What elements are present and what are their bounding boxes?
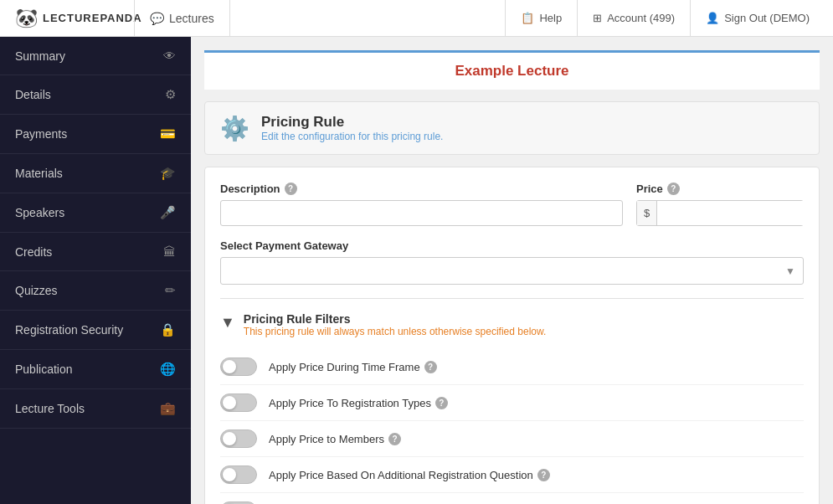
bank-icon: 🏛 — [163, 244, 176, 259]
logo-text: LecturePanda — [43, 12, 142, 24]
toggle-knob — [223, 360, 236, 373]
pricing-rule-header-text: Pricing Rule Edit the configuration for … — [261, 114, 443, 142]
sidebar-item-lecture-tools[interactable]: Lecture Tools 💼 — [0, 389, 191, 429]
sidebar-label-credits: Credits — [15, 245, 52, 259]
help-label: Help — [539, 12, 562, 24]
description-price-row: Description ? Price ? $ — [220, 183, 804, 226]
toggle-knob — [223, 432, 236, 445]
signout-icon: 👤 — [706, 12, 719, 24]
price-group: Price ? $ — [636, 183, 804, 226]
description-input[interactable] — [220, 200, 623, 226]
sidebar: Summary 👁 Details ⚙ Payments 💳 Materials… — [0, 37, 191, 504]
lectures-icon: 💬 — [150, 12, 164, 25]
time-frame-help-icon[interactable]: ? — [424, 361, 437, 373]
toggle-members[interactable] — [220, 429, 257, 448]
sidebar-item-registration-security[interactable]: Registration Security 🔒 — [0, 311, 191, 350]
help-button[interactable]: 📋 Help — [505, 0, 577, 37]
sidebar-item-summary[interactable]: Summary 👁 — [0, 37, 191, 75]
sidebar-label-quizzes: Quizzes — [15, 284, 58, 297]
payment-icon: 💳 — [160, 126, 176, 141]
gateway-select[interactable] — [220, 257, 804, 285]
pricing-rule-header: ⚙️ Pricing Rule Edit the configuration f… — [204, 101, 820, 155]
toggle-label-members: Apply Price to Members ? — [269, 433, 401, 445]
sidebar-item-materials[interactable]: Materials 🎓 — [0, 154, 191, 193]
mic-icon: 🎤 — [160, 205, 176, 220]
reg-types-help-icon[interactable]: ? — [435, 397, 448, 409]
pricing-rule-subtext: Edit the configuration for this pricing … — [261, 131, 443, 142]
toggle-time-frame[interactable] — [220, 357, 257, 376]
question-help-icon[interactable]: ? — [537, 469, 550, 481]
nav-lectures[interactable]: 💬 Lectures — [134, 0, 230, 36]
logo-icon: 🐼 — [15, 8, 38, 29]
content-area: Example Lecture ⚙️ Pricing Rule Edit the… — [191, 37, 833, 504]
globe-icon: 🌐 — [160, 362, 176, 377]
lectures-label: Lectures — [169, 12, 214, 25]
toggle-label-question: Apply Price Based On Additional Registra… — [269, 469, 550, 481]
sidebar-item-details[interactable]: Details ⚙ — [0, 75, 191, 115]
description-label: Description ? — [220, 183, 623, 195]
gateway-group: Select Payment Gateway ▼ — [220, 239, 804, 285]
sidebar-item-quizzes[interactable]: Quizzes ✏ — [0, 271, 191, 311]
filters-heading: Pricing Rule Filters — [244, 312, 547, 326]
toggle-row-time-frame: Apply Price During Time Frame ? — [220, 349, 804, 385]
main-layout: Summary 👁 Details ⚙ Payments 💳 Materials… — [0, 37, 833, 504]
toggle-row-question: Apply Price Based On Additional Registra… — [220, 457, 804, 493]
sidebar-item-speakers[interactable]: Speakers 🎤 — [0, 193, 191, 233]
toggle-reg-types[interactable] — [220, 393, 257, 412]
graduation-icon: 🎓 — [160, 166, 176, 181]
price-input-wrapper: $ — [636, 200, 804, 226]
account-label: Account (499) — [607, 12, 675, 24]
price-help-icon[interactable]: ? — [667, 183, 680, 195]
sidebar-label-details: Details — [15, 88, 51, 101]
account-icon: ⊞ — [593, 12, 602, 24]
gateway-label: Select Payment Gateway — [220, 239, 804, 252]
toggle-knob — [223, 396, 236, 409]
pricing-rule-heading: Pricing Rule — [261, 114, 443, 131]
sidebar-label-summary: Summary — [15, 49, 65, 63]
toggle-question[interactable] — [220, 465, 257, 484]
pencil-icon: ✏ — [165, 283, 176, 298]
toggle-label-time-frame: Apply Price During Time Frame ? — [269, 361, 437, 373]
help-icon: 📋 — [521, 12, 534, 24]
sidebar-label-lecture-tools: Lecture Tools — [15, 402, 85, 415]
toggle-row-reg-types: Apply Price To Registration Types ? — [220, 385, 804, 421]
description-group: Description ? — [220, 183, 623, 226]
sidebar-item-payments[interactable]: Payments 💳 — [0, 115, 191, 154]
gear-icon: ⚙ — [165, 87, 176, 102]
signout-label: Sign Out (DEMO) — [724, 12, 810, 24]
lock-icon: 🔒 — [160, 322, 176, 337]
filters-header: ▼ Pricing Rule Filters This pricing rule… — [220, 312, 804, 337]
toggle-knob — [223, 468, 236, 481]
description-help-icon[interactable]: ? — [285, 183, 297, 195]
filter-funnel-icon: ▼ — [220, 314, 235, 332]
sidebar-item-publication[interactable]: Publication 🌐 — [0, 350, 191, 389]
account-button[interactable]: ⊞ Account (499) — [577, 0, 690, 37]
signout-button[interactable]: 👤 Sign Out (DEMO) — [690, 0, 825, 37]
sidebar-label-registration-security: Registration Security — [15, 323, 123, 337]
settings-gear-icon: ⚙️ — [220, 115, 249, 142]
sidebar-label-materials: Materials — [15, 167, 63, 180]
briefcase-icon: 💼 — [160, 401, 176, 416]
gateway-select-wrapper: ▼ — [220, 257, 804, 285]
logo: 🐼 LecturePanda — [8, 8, 134, 29]
section-divider — [220, 298, 804, 299]
pricing-rule-form: Description ? Price ? $ — [204, 167, 820, 504]
top-nav: 🐼 LecturePanda 💬 Lectures 📋 Help ⊞ Accou… — [0, 0, 833, 37]
toggle-label-reg-types: Apply Price To Registration Types ? — [269, 397, 448, 409]
sidebar-label-payments: Payments — [15, 127, 67, 141]
sidebar-label-publication: Publication — [15, 363, 73, 376]
eye-icon: 👁 — [163, 49, 176, 63]
members-help-icon[interactable]: ? — [388, 433, 401, 445]
toggle-row-discount: Apply Price For Discount Code ? — [220, 493, 804, 504]
page-title: Example Lecture — [204, 50, 820, 90]
price-label: Price ? — [636, 183, 804, 195]
price-input[interactable] — [657, 201, 815, 225]
sidebar-label-speakers: Speakers — [15, 206, 64, 219]
sidebar-item-credits[interactable]: Credits 🏛 — [0, 233, 191, 271]
toggle-row-members: Apply Price to Members ? — [220, 421, 804, 457]
filters-subtext: This pricing rule will always match unle… — [244, 326, 547, 337]
filters-header-text: Pricing Rule Filters This pricing rule w… — [244, 312, 547, 337]
dollar-sign: $ — [637, 201, 657, 225]
top-nav-right: 📋 Help ⊞ Account (499) 👤 Sign Out (DEMO) — [505, 0, 825, 37]
